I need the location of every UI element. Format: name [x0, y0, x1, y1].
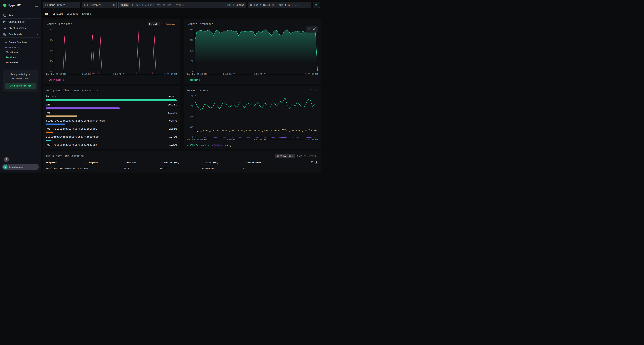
endpoint-bar-row[interactable]: POST /oteldemo.CartService/AddItem1.23%	[46, 143, 177, 147]
get-started-button[interactable]: Get Started for Free	[5, 83, 36, 89]
where-search-box[interactable]: WHERE SQL | Lucene	[118, 1, 246, 8]
time-range-picker[interactable]: Aug 4 16:31:16 - Aug 4 17:31:16	[248, 1, 311, 8]
endpoint-bar-row[interactable]: GET26.33%	[46, 103, 177, 109]
user-avatar: U	[3, 165, 8, 169]
x-tick-label: 5:31:00 PM	[164, 73, 177, 75]
throughput-chart[interactable]	[195, 28, 318, 72]
endpoint-percent: 26.33%	[168, 103, 177, 106]
sidebar-item-search[interactable]: Search	[0, 12, 41, 18]
service-select[interactable]: All Services	[82, 1, 117, 8]
y-tick-label: 1k	[191, 105, 194, 108]
collapse-sidebar-icon[interactable]	[35, 4, 38, 7]
bar-chart-mode-icon[interactable]	[313, 27, 316, 31]
by-endpoint-toggle[interactable]: By Endpoint	[162, 23, 177, 25]
presets-label: PRESETS	[8, 46, 20, 49]
y-tick-label: 26k	[190, 39, 194, 41]
column-header[interactable]: Endpoint	[46, 161, 84, 164]
sidebar-item-kubernetes[interactable]: Kubernetes	[0, 60, 41, 65]
clickhouse-cloud-promo: Ready to deploy on ClickHouse Cloud? Get…	[3, 69, 38, 91]
endpoint-percent: 6.84%	[169, 119, 177, 122]
x-tick-label: 5:03:00 PM	[113, 73, 125, 75]
line-chart-mode-icon[interactable]	[308, 27, 311, 31]
sidebar-nav: Search Chart Explorer Client Sessions Da	[0, 10, 41, 91]
table-row[interactable]: /oteldemo.RecommendationServ639.4166.119…	[46, 164, 318, 170]
sidebar-item-client-sessions[interactable]: Client Sessions	[0, 25, 41, 31]
sidebar-item-clickhouse[interactable]: ClickHouse	[0, 50, 41, 55]
endpoint-bar-row[interactable]: POST /oteldemo.CartService/GetCart2.51%	[46, 127, 177, 133]
create-dashboard-button[interactable]: Create Dashboard	[0, 40, 41, 45]
tab-errors[interactable]: Errors	[80, 11, 93, 17]
sql-mode-toggle[interactable]: SQL	[227, 3, 231, 6]
drag-handle-icon[interactable]: ⋮⋮	[243, 161, 246, 164]
create-dashboard-label: Create Dashboard	[8, 41, 28, 44]
source-select[interactable]: Demo Traces	[43, 1, 80, 8]
histogram-mode-icon[interactable]	[315, 89, 318, 92]
legend-item[interactable]: —Requests	[187, 79, 200, 81]
sort-by-errors-button[interactable]: Sort by Errors	[295, 154, 318, 158]
chevron-down-icon	[5, 47, 7, 48]
sidebar-item-dashboards[interactable]: Dashboards	[0, 31, 41, 37]
sort-by-time-button[interactable]: Sort by Time	[275, 154, 294, 158]
table-cell: 166.1	[122, 167, 160, 170]
endpoint-percent: 46.54%	[168, 95, 177, 98]
error-rate-chart[interactable]	[54, 28, 177, 72]
local-mode-label: Local mode	[9, 166, 35, 168]
x-tick-label: Aug 4 4:31:00 PM	[46, 73, 66, 75]
endpoint-bar	[46, 99, 177, 101]
endpoint-percent: 1.73%	[169, 135, 177, 138]
search-input[interactable]	[130, 3, 226, 6]
promo-text-line1: Ready to deploy on	[5, 72, 36, 76]
presets-header[interactable]: PRESETS	[0, 45, 41, 50]
endpoint-bar	[46, 107, 177, 109]
tab-http-service[interactable]: HTTP Service	[43, 11, 65, 17]
legend-item[interactable]: —Avg	[225, 144, 231, 147]
help-button[interactable]: ?	[4, 157, 9, 162]
endpoint-label: oteldemo.CheckoutService/PlaceOrder	[46, 135, 98, 138]
drag-handle-icon[interactable]: ⋮⋮	[200, 161, 204, 164]
download-icon[interactable]	[315, 161, 318, 164]
table-body: /oteldemo.RecommendationServ639.4166.119…	[46, 164, 318, 170]
endpoint-bar-row[interactable]: flagd.evaluation.v1.Service/EventStream6…	[46, 119, 177, 125]
endpoint-label: POST /oteldemo.CartService/GetCart	[46, 127, 97, 130]
local-mode-button[interactable]: U Local mode	[2, 164, 39, 170]
endpoint-bar-row[interactable]: POST11.17%	[46, 111, 177, 117]
sidebar-item-chart-explorer[interactable]: Chart Explorer	[0, 18, 41, 25]
column-header[interactable]: ⋮⋮P95 (ms)	[122, 161, 160, 164]
time-range-value: Aug 4 16:31:16 - Aug 4 17:31:16	[254, 3, 299, 6]
legend-item[interactable]: —Median	[212, 144, 222, 147]
column-header[interactable]: ⋮⋮Median (ms)	[160, 161, 200, 164]
sidebar-item-label: Client Sessions	[8, 27, 38, 29]
y-tick-label: 200	[190, 126, 194, 128]
endpoint-percent: 2.51%	[169, 127, 177, 130]
drag-handle-icon[interactable]: ⋮⋮	[84, 161, 88, 164]
endpoint-bar	[46, 140, 177, 141]
column-header[interactable]: ⋮⋮Req/Min	[84, 161, 122, 164]
latency-chart[interactable]	[195, 95, 318, 137]
line-chart-mode-icon[interactable]	[310, 89, 312, 92]
x-tick-label: 4:48:00 PM	[223, 73, 235, 75]
column-settings-icon[interactable]	[310, 161, 314, 164]
service-tabs: HTTP Service Database Errors	[43, 11, 320, 17]
x-axis-labels: Aug 4 4:31:00 PM4:48:00 PM5:03:00 PM5:31…	[46, 73, 177, 76]
panel-request-throughput: Request Throughput 34k26k17k9k0 Aug 4 4:…	[184, 19, 320, 84]
table-cell: 639.4	[84, 167, 122, 170]
language-separator: |	[233, 3, 234, 6]
panel-title: Top 20 Most Time Consuming	[46, 154, 84, 157]
overall-toggle-button[interactable]: Overall	[148, 22, 160, 26]
column-header[interactable]: ⋮⋮Errors/Min	[243, 161, 307, 164]
lucene-mode-toggle[interactable]: Lucene	[236, 3, 244, 6]
run-query-button[interactable]	[313, 1, 320, 8]
column-header[interactable]: ⋮⋮Total (ms)	[200, 161, 243, 164]
sidebar-footer: ? U Local mode	[0, 155, 41, 172]
drag-handle-icon[interactable]: ⋮⋮	[160, 161, 163, 164]
x-tick-label: Aug 4 4:31:00 PM	[187, 73, 206, 75]
legend-item[interactable]: —95th Percentile	[187, 144, 209, 147]
hyperdx-logo-icon	[3, 3, 7, 7]
drag-handle-icon[interactable]: ⋮⋮	[122, 161, 126, 164]
endpoint-bar-row[interactable]: oteldemo.CheckoutService/PlaceOrder1.73%	[46, 135, 177, 141]
legend-item[interactable]: —Error Rate %	[46, 79, 64, 81]
endpoint-bar-row[interactable]: ingress46.54%	[46, 95, 177, 101]
chart-legend: —Requests	[187, 79, 318, 81]
sidebar-item-services[interactable]: Services	[0, 55, 41, 60]
tab-database[interactable]: Database	[65, 11, 80, 17]
